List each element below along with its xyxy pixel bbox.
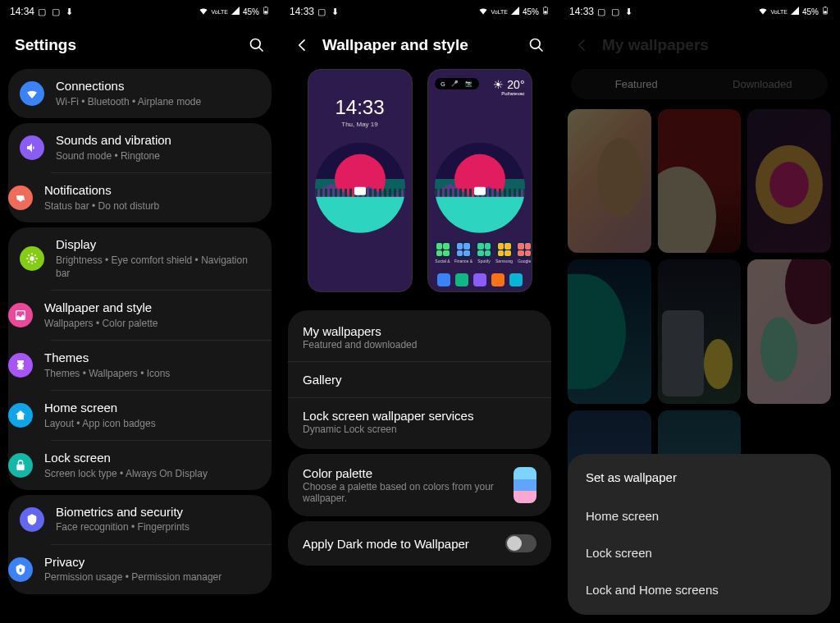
settings-row-sounds[interactable]: Sounds and vibrationSound mode • Rington… — [8, 123, 272, 172]
settings-row-connections[interactable]: ConnectionsWi-Fi • Bluetooth • Airplane … — [8, 69, 272, 118]
settings-row-wallpaper[interactable]: Wallpaper and styleWallpapers • Color pa… — [51, 290, 272, 340]
list-title: Lock screen wallpaper services — [303, 409, 536, 423]
biometrics-icon — [20, 507, 44, 532]
dark-mode-wallpaper-row[interactable]: Apply Dark mode to Wallpaper — [288, 521, 551, 566]
home-preview-dock — [435, 273, 525, 286]
connections-icon — [20, 81, 44, 106]
svg-rect-24 — [824, 7, 826, 7]
sheet-option-home[interactable]: Home screen — [586, 497, 813, 534]
home-preview-search: G🎤📷 — [435, 78, 479, 89]
row-title: Lock screen — [44, 451, 260, 466]
wallpaper-header: Wallpaper and style — [280, 23, 559, 64]
settings-card: Sounds and vibrationSound mode • Rington… — [8, 123, 272, 222]
search-icon[interactable] — [249, 37, 265, 53]
lock-preview-time: 14:33 — [308, 96, 412, 119]
battery-icon — [541, 5, 550, 18]
row-title: Notifications — [44, 183, 260, 199]
home-icon — [8, 403, 33, 428]
settings-row-biometrics[interactable]: Biometrics and securityFace recognition … — [8, 495, 272, 544]
display-icon — [20, 246, 44, 271]
palette-title: Color palette — [303, 466, 504, 480]
row-title: Display — [56, 237, 260, 253]
settings-row-themes[interactable]: ThemesThemes • Wallpapers • Icons — [51, 340, 272, 390]
volte-label: VoLTE — [211, 9, 228, 15]
row-sub: Themes • Wallpapers • Icons — [44, 367, 260, 380]
status-notif-icons: ▢ ▢ ⬇ — [38, 7, 75, 17]
settings-row-home[interactable]: Home screenLayout • App icon badges — [51, 390, 272, 440]
wallpaper-thumb[interactable] — [747, 259, 831, 403]
wallpaper-link-1[interactable]: Gallery — [288, 361, 551, 397]
privacy-icon — [8, 557, 33, 582]
row-title: Sounds and vibration — [56, 133, 260, 149]
lock-screen-preview[interactable]: 14:33 Thu, May 19 — [308, 69, 413, 292]
status-bar: 14:34 ▢ ▢ ⬇ VoLTE 45% — [0, 0, 280, 23]
battery-pct: 45% — [243, 7, 259, 16]
themes-icon — [8, 353, 33, 378]
row-title: Biometrics and security — [56, 505, 260, 520]
wifi-icon — [758, 6, 768, 17]
wifi-icon — [199, 6, 208, 17]
wallpaper-thumb[interactable] — [568, 259, 651, 403]
wallpaper-links-card: My wallpapersFeatured and downloadedGall… — [288, 310, 551, 449]
wallpaper-icon — [8, 303, 33, 328]
svg-line-13 — [34, 254, 35, 255]
sheet-option-lock[interactable]: Lock screen — [586, 534, 813, 571]
tab-featured[interactable]: Featured — [573, 71, 700, 97]
svg-line-21 — [539, 48, 543, 52]
sounds-icon — [20, 135, 44, 160]
svg-line-10 — [28, 254, 29, 255]
svg-point-20 — [531, 39, 541, 49]
svg-point-5 — [30, 256, 34, 260]
svg-line-12 — [28, 261, 29, 262]
status-time: 14:34 — [10, 6, 34, 17]
list-title: Gallery — [303, 373, 536, 387]
signal-icon — [790, 6, 800, 17]
status-bar: 14:33 ▢ ⬇ VoLTE 45% — [280, 0, 559, 23]
row-sub: Layout • App icon badges — [44, 417, 260, 430]
back-icon[interactable] — [574, 37, 591, 53]
my-wallpapers-header: My wallpapers — [559, 23, 839, 64]
svg-point-3 — [251, 39, 261, 49]
settings-row-lock[interactable]: Lock screenScreen lock type • Always On … — [51, 440, 272, 490]
status-time: 14:33 — [569, 6, 594, 17]
lock-icon — [8, 453, 33, 478]
screen-wallpaper-style: 14:33 ▢ ⬇ VoLTE 45% Wallpaper and style … — [280, 0, 559, 623]
search-icon[interactable] — [528, 37, 545, 53]
row-sub: Sound mode • Ringtone — [56, 149, 260, 163]
svg-rect-16 — [20, 568, 22, 571]
settings-row-privacy[interactable]: PrivacyPermission usage • Permission man… — [51, 544, 272, 594]
wallpaper-thumb[interactable] — [747, 109, 831, 253]
row-title: Themes — [44, 350, 260, 366]
dark-mode-toggle[interactable] — [505, 534, 536, 552]
battery-pct: 45% — [802, 7, 819, 16]
page-title: Settings — [15, 36, 237, 54]
svg-line-4 — [259, 48, 263, 52]
wallpaper-thumb[interactable] — [658, 259, 742, 403]
status-notif-icons: ▢ ▢ ⬇ — [597, 7, 634, 17]
wallpaper-preview-row: 14:33 Thu, May 19 G🎤📷 ☀ 20° Požarevac So… — [280, 64, 559, 305]
wallpaper-thumb[interactable] — [658, 109, 742, 253]
tab-downloaded[interactable]: Downloaded — [700, 71, 826, 97]
settings-card: DisplayBrightness • Eye comfort shield •… — [8, 227, 272, 490]
settings-row-display[interactable]: DisplayBrightness • Eye comfort shield •… — [8, 227, 272, 290]
settings-card: ConnectionsWi-Fi • Bluetooth • Airplane … — [8, 69, 272, 118]
back-icon[interactable] — [294, 37, 311, 53]
settings-row-notifications[interactable]: NotificationsStatus bar • Do not disturb — [51, 172, 272, 222]
svg-rect-15 — [16, 464, 24, 470]
row-sub: Permission usage • Permission manager — [44, 570, 260, 584]
home-screen-preview[interactable]: G🎤📷 ☀ 20° Požarevac Social & Finance & S… — [427, 69, 532, 292]
page-title: Wallpaper and style — [322, 36, 517, 54]
wallpaper-link-0[interactable]: My wallpapersFeatured and downloaded — [288, 314, 551, 361]
color-palette-card[interactable]: Color palette Choose a palette based on … — [288, 454, 551, 516]
row-sub: Wi-Fi • Bluetooth • Airplane mode — [56, 95, 260, 108]
wallpaper-link-2[interactable]: Lock screen wallpaper servicesDynamic Lo… — [288, 397, 551, 446]
wallpaper-thumb[interactable] — [568, 109, 651, 253]
sheet-option-both[interactable]: Lock and Home screens — [586, 571, 813, 608]
row-sub: Status bar • Do not disturb — [44, 199, 260, 213]
row-title: Privacy — [44, 555, 260, 570]
wifi-icon — [478, 6, 488, 17]
signal-icon — [510, 6, 520, 17]
lock-preview-date: Thu, May 19 — [308, 121, 412, 128]
svg-rect-2 — [265, 7, 267, 7]
battery-icon — [821, 5, 829, 18]
